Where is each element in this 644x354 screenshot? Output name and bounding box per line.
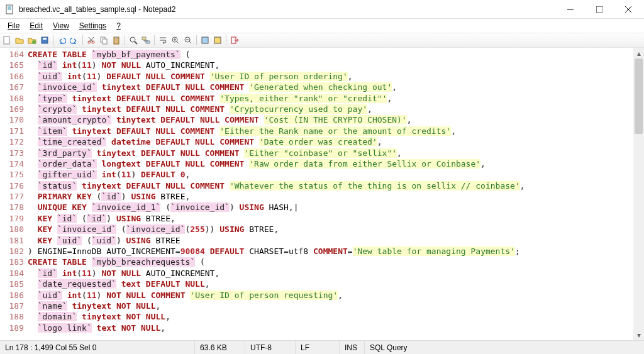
- line-number: 176: [0, 180, 24, 191]
- toolbar: [0, 33, 644, 48]
- status-encoding[interactable]: UTF-8: [245, 341, 296, 354]
- line-number: 186: [0, 290, 24, 301]
- redo-icon[interactable]: [69, 35, 80, 46]
- open-icon[interactable]: [14, 35, 25, 46]
- line-number: 164: [0, 49, 24, 60]
- save-icon[interactable]: [39, 35, 50, 46]
- svg-rect-29: [202, 37, 208, 43]
- status-lexer[interactable]: SQL Query: [365, 341, 413, 354]
- svg-line-25: [177, 41, 179, 43]
- code-line[interactable]: `status` tinytext DEFAULT NULL COMMENT '…: [28, 180, 633, 191]
- editor-area: 1641651661671681691701711721731741751761…: [0, 48, 644, 340]
- zoomin-icon[interactable]: [170, 35, 181, 46]
- menu-view[interactable]: View: [48, 20, 74, 31]
- line-number: 178: [0, 202, 24, 213]
- code-line[interactable]: `gifter_uid` int(11) DEFAULT 0,: [28, 169, 633, 180]
- code-line[interactable]: `time_created` datetime DEFAULT NULL COM…: [28, 136, 633, 147]
- code-line[interactable]: `uid` int(11) DEFAULT NULL COMMENT 'User…: [28, 71, 633, 82]
- svg-rect-20: [142, 37, 146, 40]
- code-line[interactable]: PRIMARY KEY (`id`) USING BTREE,: [28, 191, 633, 202]
- scrollbar-track[interactable]: [633, 58, 644, 329]
- code-line[interactable]: `uid` int(11) NOT NULL COMMENT 'User ID …: [28, 290, 633, 301]
- code-line[interactable]: CREATE TABLE `mybb_breachrequests` (: [28, 257, 633, 267]
- line-number: 187: [0, 301, 24, 311]
- maximize-button[interactable]: [585, 0, 614, 19]
- cut-icon[interactable]: [86, 35, 97, 46]
- toolbar-separator: [226, 35, 226, 45]
- replace-icon[interactable]: [140, 35, 152, 46]
- find-icon[interactable]: [128, 35, 139, 46]
- code-line[interactable]: ) ENGINE=InnoDB AUTO_INCREMENT=90084 DEF…: [28, 246, 633, 257]
- close-button[interactable]: [614, 0, 643, 19]
- scheme-icon[interactable]: [199, 35, 211, 46]
- svg-rect-5: [596, 6, 602, 13]
- code-line[interactable]: `date_requested` text DEFAULT NULL,: [28, 279, 633, 289]
- scroll-up-icon[interactable]: ▴: [633, 48, 644, 58]
- line-number-gutter: 1641651661671681691701711721731741751761…: [0, 48, 26, 340]
- svg-rect-17: [115, 36, 118, 38]
- openfolder-icon[interactable]: [26, 35, 38, 46]
- statusbar: Ln 178 : 1,499 Col 55 Sel 0 63.6 KB UTF-…: [0, 340, 644, 354]
- scrollbar-thumb[interactable]: [635, 58, 643, 134]
- code-line[interactable]: `id` int(11) NOT NULL AUTO_INCREMENT,: [28, 268, 633, 279]
- menu-file[interactable]: File: [3, 20, 25, 31]
- code-line[interactable]: `domain` tinytext NOT NULL,: [28, 311, 633, 322]
- line-number: 169: [0, 104, 24, 114]
- code-line[interactable]: `id` int(11) NOT NULL AUTO_INCREMENT,: [28, 60, 633, 70]
- line-number: 182: [0, 246, 24, 257]
- titlebar: breached.vc_all_tables_sample.sql - Note…: [0, 0, 644, 19]
- menu-help[interactable]: ?: [111, 20, 126, 31]
- line-number: 175: [0, 169, 24, 180]
- code-line[interactable]: `3rd_party` tinytext DEFAULT NULL COMMEN…: [28, 148, 633, 158]
- status-filesize: 63.6 KB: [195, 341, 245, 354]
- code-editor[interactable]: CREATE TABLE `mybb_bf_payments` ( `id` i…: [26, 48, 633, 340]
- code-line[interactable]: UNIQUE KEY `invoice_id_1` (`invoice_id`)…: [28, 202, 633, 213]
- window-controls: [556, 0, 643, 19]
- zoomout-icon[interactable]: [182, 35, 194, 46]
- svg-rect-11: [43, 38, 47, 40]
- exit-icon[interactable]: [229, 35, 240, 46]
- code-line[interactable]: `item` tinytext DEFAULT NULL COMMENT 'Ei…: [28, 126, 633, 136]
- code-line[interactable]: KEY `invoice_id` (`invoice_id`(255)) USI…: [28, 224, 633, 235]
- toolbar-separator: [53, 35, 53, 45]
- line-number: 177: [0, 191, 24, 202]
- line-number: 171: [0, 126, 24, 136]
- line-number: 183: [0, 257, 24, 267]
- toolbar-separator: [82, 35, 83, 45]
- line-number: 181: [0, 235, 24, 246]
- scheme2-icon[interactable]: [212, 35, 223, 46]
- menu-settings[interactable]: Settings: [74, 20, 111, 31]
- code-line[interactable]: `type` tinytext DEFAULT NULL COMMENT 'Ty…: [28, 93, 633, 104]
- line-number: 170: [0, 114, 24, 125]
- code-line[interactable]: KEY `uid` (`uid`) USING BTREE: [28, 235, 633, 246]
- menubar: File Edit View Settings ?: [0, 19, 644, 33]
- vertical-scrollbar: ▴ ▾: [633, 48, 644, 340]
- scroll-down-icon[interactable]: ▾: [633, 329, 644, 340]
- status-eol[interactable]: LF: [296, 341, 340, 354]
- minimize-button[interactable]: [556, 0, 585, 19]
- svg-rect-30: [214, 37, 221, 43]
- toolbar-separator: [125, 35, 125, 45]
- new-icon[interactable]: [1, 35, 13, 46]
- code-line[interactable]: `invoice_id` tinytext DEFAULT NULL COMME…: [28, 82, 633, 92]
- code-line[interactable]: `name` tinytext NOT NULL,: [28, 301, 633, 311]
- line-number: 184: [0, 268, 24, 279]
- status-ovr[interactable]: INS: [340, 341, 365, 354]
- line-number: 185: [0, 279, 24, 289]
- copy-icon[interactable]: [98, 35, 109, 46]
- svg-line-19: [135, 41, 137, 44]
- code-line[interactable]: `amount_crypto` tinytext DEFAULT NULL CO…: [28, 114, 633, 125]
- paste-icon[interactable]: [111, 35, 122, 46]
- code-line[interactable]: KEY `id` (`id`) USING BTREE,: [28, 213, 633, 224]
- code-line[interactable]: CREATE TABLE `mybb_bf_payments` (: [28, 49, 633, 60]
- menu-edit[interactable]: Edit: [25, 20, 48, 31]
- undo-icon[interactable]: [56, 35, 67, 46]
- line-number: 180: [0, 224, 24, 235]
- svg-rect-21: [146, 41, 150, 43]
- line-number: 188: [0, 311, 24, 322]
- code-line[interactable]: `logo link` text NOT NULL,: [28, 323, 633, 333]
- wordwrap-icon[interactable]: [157, 35, 169, 46]
- code-line[interactable]: `crypto` tinytext DEFAULT NULL COMMENT '…: [28, 104, 633, 114]
- line-number: 167: [0, 82, 24, 92]
- code-line[interactable]: `order_data` longtext DEFAULT NULL COMME…: [28, 158, 633, 169]
